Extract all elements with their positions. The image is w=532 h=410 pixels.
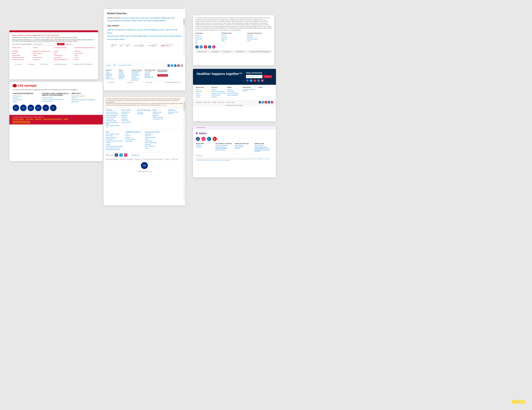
- caremark-footer-sitemap[interactable]: Site Map: [64, 118, 68, 120]
- cvshealth-footer-terms[interactable]: Terms of Use: [218, 102, 225, 103]
- cf-footer-accessibility[interactable]: Accessibility: [212, 51, 218, 52]
- search-link-allergy-eye[interactable]: allergy eye drops: [161, 17, 174, 19]
- aetna-portuguese[interactable]: Português: [203, 160, 207, 161]
- cf-footer-privacy[interactable]: Privacy Policy: [224, 51, 231, 52]
- aetna-korean[interactable]: 한국어: [216, 160, 219, 161]
- cf-cvs-photo[interactable]: CVS Photo: [221, 37, 246, 38]
- mc-nav-history[interactable]: History ›: [33, 54, 54, 56]
- cvshealth-ig-icon[interactable]: ig: [261, 79, 264, 82]
- cvshealth-pharmacy[interactable]: Pharmacy: [211, 96, 226, 98]
- cvsmain-wellness-zone[interactable]: CVS Wellness Zone: [152, 118, 167, 120]
- mc-signup-button[interactable]: Sign Up: [57, 43, 64, 45]
- aetna-health-care-reform[interactable]: HEALTH CARE REFORM: [215, 145, 234, 146]
- cvshealth-news[interactable]: News: [196, 89, 210, 90]
- cvsmain-fb-icon[interactable]: f: [115, 153, 118, 157]
- mc-nav-contact[interactable]: Contact Us ›: [33, 59, 54, 60]
- aetna-investor-info[interactable]: INVESTOR INFO: [235, 147, 254, 148]
- prints-footer-privacy[interactable]: Privacy Policy: [146, 82, 152, 83]
- cvsmain-oak-street[interactable]: Oak Street Health: [125, 139, 144, 140]
- prints-store-locator[interactable]: Store Locator: [132, 80, 144, 81]
- prints-mobile-apps[interactable]: Mobile Apps: [145, 75, 157, 77]
- aetna-careers[interactable]: CAREERS: [196, 145, 215, 146]
- cvsmain-extracare-title[interactable]: ExtraCare ›: [168, 109, 183, 111]
- cvshealth-fb-icon[interactable]: f: [246, 79, 249, 82]
- cvsmain-drug-info[interactable]: Drug Information Center: [106, 113, 121, 114]
- cvsmain-corp-investor[interactable]: Investor: [145, 147, 163, 149]
- cvshealth-contact[interactable]: Contact: [196, 96, 210, 98]
- caremark-footer-member[interactable]: Member Rights and Responsibilities: [43, 118, 62, 120]
- cvsmain-contact[interactable]: Contact Us: [165, 159, 170, 160]
- cvsmain-corp-peer[interactable]: Peer Group: [145, 144, 163, 145]
- scrollbar[interactable]: [183, 18, 185, 56]
- cvsmain-featured[interactable]: Featured Stores: [122, 111, 136, 113]
- prints-linkedin-icon[interactable]: in: [174, 65, 176, 67]
- cvsmain-signify[interactable]: Signify Health: [125, 140, 144, 142]
- mc-nav-legal-forms[interactable]: MinuteClinic legal forms ›: [54, 59, 75, 60]
- cvsmain-manage-drug[interactable]: Manage Drug Preferences: [106, 159, 118, 160]
- cvsmain-corp-ethics[interactable]: Ethics & Human Rights: [145, 142, 163, 143]
- caremark-pharmacist-faqs[interactable]: Pharmacist FAQs: [42, 101, 70, 102]
- cvsmain-mobile-app[interactable]: CVS Mobile App: [131, 154, 139, 156]
- caremark-about-us[interactable]: About Us: [72, 97, 100, 99]
- article-stress[interactable]: How to Reduce Stress: [107, 38, 125, 40]
- mc-nav-exec-team[interactable]: Executive Team ›: [33, 56, 54, 58]
- caremark-cvshealth[interactable]: CVSHealth.com: [13, 95, 41, 97]
- mc-nav-aetna[interactable]: Aetna ›: [75, 59, 95, 60]
- footer-wellness[interactable]: Wellness Zone: [152, 44, 161, 47]
- prints-account-signin[interactable]: Account Sign In: [145, 71, 157, 72]
- cvshealth-footer-privacy-center[interactable]: Privacy Center: [203, 102, 210, 103]
- cvsmain-ny-patient[interactable]: New York Patient Bill of Rights: [106, 122, 121, 125]
- cf-social-responsibility[interactable]: Social Responsibility: [247, 38, 272, 40]
- caremark-footer-privacy[interactable]: Privacy Policy: [26, 118, 33, 120]
- cvsmain-corp-patient[interactable]: Patient Privacy: [145, 140, 163, 142]
- prints-4x6[interactable]: 4x6 Prints: [119, 71, 131, 72]
- aetna-italian[interactable]: Italiano: [208, 160, 210, 161]
- mc-nav-why-choose[interactable]: Why Choose Us ›: [33, 52, 54, 54]
- prints-facebook-icon[interactable]: f: [168, 65, 170, 67]
- cf-blog[interactable]: Blog: [195, 42, 220, 43]
- caremark-pharmacists[interactable]: Pharmacists & Medical Professionals: [42, 99, 70, 100]
- aetna-ig-icon[interactable]: ig: [201, 137, 206, 141]
- footer-contact[interactable]: Contact Us: [120, 44, 126, 47]
- cvsmain-eye-exams[interactable]: Eye Exams: [122, 113, 136, 114]
- cf-cvs-com[interactable]: CVS.com: [221, 35, 246, 36]
- cf-instagram-icon[interactable]: ig: [212, 45, 215, 48]
- cvsmain-corp-careers[interactable]: Careers: [145, 139, 163, 140]
- cvsmain-return-policy[interactable]: Return Policy: [106, 135, 124, 136]
- cvshealth-footer-yt-icon[interactable]: ▶: [265, 101, 267, 103]
- search-link-fsa[interactable]: FSA: [143, 20, 146, 22]
- article-heart-health[interactable]: Womans Heart Health: [107, 35, 124, 37]
- cvsmain-account-title[interactable]: Account Information ›: [137, 109, 152, 111]
- prints-photo-upload[interactable]: Photo Upload Help: [145, 77, 157, 78]
- cvsmain-weekly-ad[interactable]: Weekly Ad: [152, 115, 167, 116]
- aetna-german[interactable]: Deutsche: [211, 160, 215, 161]
- aetna-nondiscrimination[interactable]: NONDISCRIMINATION NOTICE: [255, 148, 273, 149]
- mc-nav-photo[interactable]: Photo ›: [75, 56, 95, 58]
- cvsmain-anti-discrim[interactable]: Anti-Discrimination Policy (PDF): [106, 140, 124, 142]
- mc-nav-pay-bill[interactable]: Pay Bill ›: [33, 47, 54, 50]
- aetna-polish[interactable]: Polish: [200, 160, 202, 161]
- prints-sitemap[interactable]: Sitemap: [106, 65, 111, 67]
- cvsmain-help-title[interactable]: Help ›: [106, 131, 124, 133]
- cvsmain-shipping[interactable]: Shipping Information: [106, 137, 124, 138]
- aetna-li-icon[interactable]: in: [207, 137, 211, 141]
- cvsmain-pharmacy-title[interactable]: Pharmacy ›: [106, 109, 121, 111]
- aetna-spanish[interactable]: Español Navajo: [248, 158, 255, 159]
- mc-nav-in-person[interactable]: In-Person Visit ›: [12, 47, 33, 50]
- cf-contact-us[interactable]: Contact Us: [195, 37, 220, 38]
- cvsmain-optical[interactable]: Optical Center: [122, 120, 136, 121]
- aetna-chinese[interactable]: 中文: [255, 158, 257, 159]
- cvsmain-security[interactable]: Security: [106, 144, 124, 145]
- cvsmain-access-point[interactable]: CVS Access Point: [122, 122, 136, 123]
- article-exfoliating[interactable]: Are you Over Exfoliating your Skin: [137, 29, 163, 31]
- aetna-arabic[interactable]: العربية: [220, 160, 222, 161]
- search-link-contacts[interactable]: contact lenses: [131, 20, 142, 22]
- cf-health[interactable]: Health ›: [221, 40, 246, 42]
- cvsmain-coronavirus[interactable]: Coronavirus Vaccines: [106, 111, 121, 113]
- search-link-cough[interactable]: cough medicine: [107, 20, 120, 22]
- main-scrollbar[interactable]: [184, 102, 185, 201]
- mc-nav-telehealth[interactable]: Telehealth ›: [12, 50, 33, 52]
- prints-5x7[interactable]: 5x7 Prints: [119, 73, 131, 74]
- prints-transfer[interactable]: Transfer: [132, 77, 144, 78]
- cvshealth-footer-ig-icon[interactable]: ig: [271, 101, 273, 103]
